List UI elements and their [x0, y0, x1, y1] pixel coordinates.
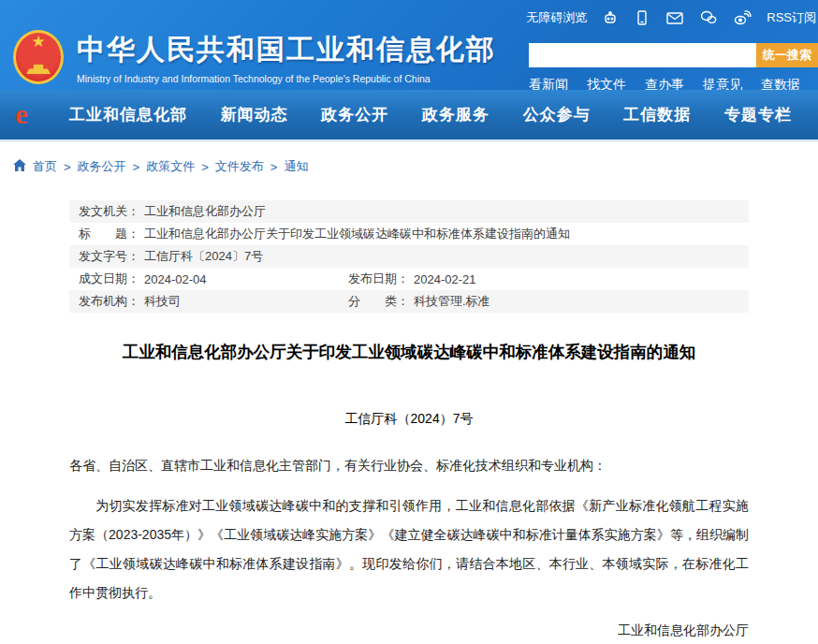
site-subtitle: Ministry of Industry and Information Tec… — [77, 73, 496, 84]
document-signature: 工业和信息化部办公厅 2024年2月4日 — [69, 617, 749, 644]
site-title: 中华人民共和国工业和信息化部 — [77, 31, 496, 69]
main-nav: e 工业和信息化部 新闻动态 政务公开 政务服务 公众参与 工信数据 专题专栏 — [0, 90, 818, 142]
nav-item-news[interactable]: 新闻动态 — [221, 104, 288, 125]
breadcrumb-gov-affairs[interactable]: 政务公开 — [78, 158, 126, 175]
nav-item-special-topics[interactable]: 专题专栏 — [724, 104, 792, 125]
wechat-icon[interactable] — [699, 9, 718, 26]
search-input[interactable] — [529, 43, 756, 67]
site-banner: 无障碍浏览 RSS订阅 ★ 中华人民共和国工业和信息化部 Ministry of… — [0, 0, 818, 90]
robot-assistant-icon[interactable] — [602, 9, 619, 26]
rss-link[interactable]: RSS订阅 — [767, 9, 816, 26]
unified-search-button[interactable]: 统一搜索 — [756, 43, 818, 67]
breadcrumb-policy-files[interactable]: 政策文件 — [146, 158, 195, 175]
accessibility-link[interactable]: 无障碍浏览 — [526, 9, 587, 26]
document-signer: 工业和信息化部办公厅 — [69, 617, 749, 643]
search-area: 统一搜索 看新闻 找文件 查办事 提意见 查数据 要投诉 — [529, 43, 818, 94]
document-number: 工信厅科（2024）7号 — [69, 411, 749, 428]
nav-item-gov-affairs[interactable]: 政务公开 — [321, 104, 388, 125]
miit-logo-icon: e — [6, 99, 37, 131]
document-meta-table: 发文机关： 工业和信息化部办公厅 标 题： 工业和信息化部办公厅关于印发工业领域… — [69, 200, 749, 313]
utility-bar: 无障碍浏览 RSS订阅 — [526, 9, 818, 26]
meta-row-title: 标 题： 工业和信息化部办公厅关于印发工业领域碳达峰碳中和标准体系建设指南的通知 — [69, 223, 749, 245]
breadcrumb-home[interactable]: 首页 — [33, 158, 57, 175]
site-brand: ★ 中华人民共和国工业和信息化部 Ministry of Industry an… — [13, 30, 496, 84]
meta-row-publisher-category: 发布机构： 科技司 分 类： 科技管理.标准 — [69, 290, 749, 313]
home-icon[interactable] — [13, 159, 26, 174]
breadcrumb: 首页 > 政务公开 > 政策文件 > 文件发布 > 通知 — [0, 142, 818, 175]
document-salutation: 各省、自治区、直辖市工业和信息化主管部门，有关行业协会、标准化技术组织和专业机构… — [69, 455, 749, 476]
document-area: 发文机关： 工业和信息化部办公厅 标 题： 工业和信息化部办公厅关于印发工业领域… — [69, 200, 749, 644]
meta-row-dates: 成文日期： 2024-02-04 发布日期： 2024-02-21 — [69, 268, 749, 290]
meta-row-doc-number: 发文字号： 工信厅科〔2024〕7号 — [69, 245, 749, 268]
nav-item-miit[interactable]: 工业和信息化部 — [69, 104, 187, 125]
breadcrumb-notice[interactable]: 通知 — [284, 158, 308, 175]
nav-item-gov-services[interactable]: 政务服务 — [422, 104, 489, 125]
document-title: 工业和信息化部办公厅关于印发工业领域碳达峰碳中和标准体系建设指南的通知 — [69, 342, 749, 362]
nav-item-miit-data[interactable]: 工信数据 — [623, 104, 691, 125]
nav-item-public-participation[interactable]: 公众参与 — [523, 104, 591, 125]
document-body: 为切实发挥标准对工业领域碳达峰碳中和的支撑和引领作用，工业和信息化部依据《新产业… — [69, 491, 749, 607]
meta-row-issuing-agency: 发文机关： 工业和信息化部办公厅 — [69, 200, 749, 223]
mail-icon[interactable] — [665, 9, 684, 26]
weibo-icon[interactable] — [733, 9, 752, 26]
breadcrumb-file-release[interactable]: 文件发布 — [215, 158, 264, 175]
mobile-icon[interactable] — [634, 9, 650, 26]
national-emblem-icon: ★ — [13, 30, 64, 84]
